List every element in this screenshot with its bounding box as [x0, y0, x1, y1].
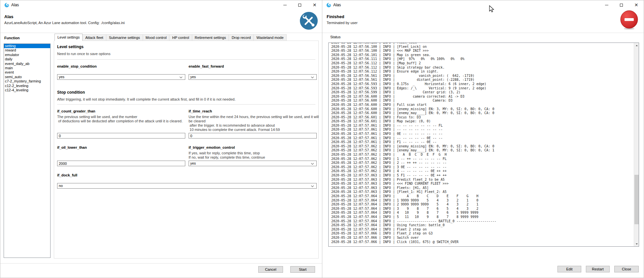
function-list-item[interactable]: reward: [4, 48, 50, 52]
if-trigger-emotion-select[interactable]: yes: [189, 161, 317, 166]
settings-tab[interactable]: Level settings: [54, 34, 83, 41]
log-line: 2020-05-28 12:07:57.064 | INFO | -------…: [331, 219, 633, 224]
log-output[interactable]: 2020-05-28 12:07:56.100 | INFO | fleet_l…: [328, 43, 639, 247]
log-line: 2020-05-28 12:07:57.061 | INFO | -- -- -…: [331, 128, 633, 132]
log-line: 2020-05-28 12:07:57.064 | INFO | 5 11 10…: [331, 215, 633, 219]
function-list-item[interactable]: event: [4, 70, 50, 75]
if-dock-full-select[interactable]: no: [57, 183, 317, 189]
log-line: 2020-05-28 12:07:56.111 | INFO | [HP] 97…: [331, 57, 633, 61]
settings-tab[interactable]: Mood control: [143, 34, 170, 41]
edit-button[interactable]: Edit: [557, 266, 581, 272]
maximize-icon[interactable]: [292, 0, 307, 10]
field-label-enable-fast-forward: enable_fast_forward: [189, 64, 224, 68]
log-line: 2020-05-28 12:07:56.112 | INFO | Ensure …: [331, 70, 633, 74]
log-line: 2020-05-28 12:07:57.064 | INFO | 2 9999 …: [331, 202, 633, 207]
settings-tab[interactable]: Retirement settings: [192, 34, 229, 41]
cancel-button[interactable]: Cancel: [258, 266, 283, 273]
log-line: 2020-05-28 12:07:56.593 | INFO | 0.175s …: [331, 82, 633, 86]
settings-tab[interactable]: HP control: [169, 34, 192, 41]
log-line: 2020-05-28 12:07:57.063 | INFO | Fleets:…: [331, 186, 633, 190]
settings-tab[interactable]: Attack fleet: [83, 34, 106, 41]
field-label-if-dock-full: if_dock_full: [57, 173, 77, 177]
tools-badge-icon: [300, 12, 318, 30]
log-line: 2020-05-28 12:07:56.100 | INFO | fleet_l…: [331, 43, 633, 45]
function-list-item[interactable]: emulator: [4, 53, 50, 57]
enable-fast-forward-select[interactable]: yes: [189, 74, 317, 80]
function-list-item[interactable]: main: [4, 66, 50, 70]
minimize-icon[interactable]: [599, 0, 614, 10]
alas-logo-icon: [4, 3, 9, 8]
app-title: Alas: [4, 14, 13, 19]
log-line: 2020-05-28 12:07:57.066 | INFO | Click (…: [331, 240, 633, 244]
field-label-enable-stop-condition: enable_stop_condition: [57, 64, 97, 68]
function-list-item[interactable]: event_daily_ab: [4, 62, 50, 66]
scroll-up-icon[interactable]: [634, 43, 639, 48]
chevron-down-icon: [180, 76, 182, 78]
settings-tabstrip: Level settings Attack fleet Submarine se…: [54, 34, 287, 41]
if-oil-lower-than-input[interactable]: [57, 161, 185, 166]
close-button[interactable]: Close: [614, 266, 639, 272]
minimize-icon[interactable]: [277, 0, 292, 10]
log-line: 2020-05-28 12:07:57.063 | INFO | 5 F1 --…: [331, 173, 633, 178]
window-alas-config: Alas ✕ Alas AzurLaneAutoScript, An Azur …: [0, 0, 322, 278]
log-line: 2020-05-28 12:07:56.100 | INFO | <<< MAP…: [331, 49, 633, 53]
section-title-level-settings: Level settings: [57, 45, 84, 49]
log-line: 2020-05-28 12:07:57.062 | INFO | 2 -- ++…: [331, 161, 633, 165]
log-line: 2020-05-28 12:07:57.061 | INFO | -- -- -…: [331, 136, 633, 140]
field-label-if-oil-lower-than: if_oil_lower_than: [57, 145, 87, 149]
enable-stop-condition-select[interactable]: yes: [57, 74, 185, 80]
log-line: 2020-05-28 12:07:56.561 | INFO | vanish_…: [331, 74, 633, 78]
close-icon[interactable]: ✕: [629, 0, 644, 10]
log-line: 2020-05-28 12:07:56.600 | INFO | Full sc…: [331, 103, 633, 107]
settings-tab[interactable]: Wasteland mode: [254, 34, 286, 41]
scroll-down-icon[interactable]: [634, 241, 639, 246]
if-count-input[interactable]: [57, 133, 185, 139]
divider: [57, 104, 315, 105]
log-line: 2020-05-28 12:07:57.064 | INFO | 4 10 9 …: [331, 211, 633, 215]
selected-value: yes: [190, 75, 196, 79]
function-list-item[interactable]: semi_auto: [4, 75, 50, 79]
chevron-down-icon: [311, 162, 314, 165]
settings-tab[interactable]: Drop record: [229, 34, 254, 41]
function-list-item[interactable]: daily: [4, 57, 50, 61]
function-listbox[interactable]: setting reward emulator daily event_dail…: [4, 44, 51, 258]
start-button[interactable]: Start: [290, 266, 315, 273]
function-list-item[interactable]: c12-4_leveling: [4, 88, 50, 92]
log-line: 2020-05-28 12:07:57.061 | INFO | 0E -- -…: [331, 132, 633, 136]
close-icon[interactable]: ✕: [307, 0, 322, 10]
log-line: 2020-05-28 12:07:56.593 | INFO | Edges: …: [331, 86, 633, 91]
log-line: 2020-05-28 12:07:57.062 | INFO | A B C D…: [331, 153, 633, 157]
log-line: 2020-05-28 12:07:57.064 | INFO | 3 9 8 7…: [331, 207, 633, 211]
function-list-label: Function: [4, 36, 19, 40]
settings-tab[interactable]: Submarine settings: [106, 34, 143, 41]
window-title: Alas: [11, 3, 19, 7]
log-line: 2020-05-28 12:07:56.561 | INFO | distant…: [331, 78, 633, 82]
function-list-item[interactable]: setting: [4, 44, 50, 48]
field-label-if-trigger-emotion-control: if_trigger_emotion_control: [189, 145, 235, 149]
selected-value: yes: [59, 75, 64, 79]
header-divider: [0, 33, 322, 33]
function-list-item[interactable]: c12-2_leveling: [4, 84, 50, 88]
chevron-down-icon: [311, 184, 314, 187]
maximize-icon[interactable]: [614, 0, 629, 10]
titlebar[interactable]: Alas ✕: [0, 0, 322, 10]
log-scrollbar[interactable]: [634, 43, 639, 246]
log-line: 2020-05-28 12:07:57.063 | INFO | Predict…: [331, 178, 633, 182]
window-title: Alas: [333, 3, 341, 7]
function-list-item[interactable]: c7-2_mystery_farming: [4, 79, 50, 83]
log-line: 2020-05-28 12:07:57.064 | INFO | A B C D…: [331, 194, 633, 199]
log-line: 2020-05-28 12:07:57.061 | INFO | -- -- -…: [331, 124, 633, 128]
if-trigger-emotion-description: If yes, wait for reply, complete this ti…: [189, 151, 323, 160]
log-line: 2020-05-28 12:07:57.066 | INFO | Switch …: [331, 236, 633, 240]
field-label-if-count-greater-than: if_count_greater_than: [57, 109, 95, 113]
chevron-down-icon: [311, 76, 314, 78]
log-line: 2020-05-28 12:07:56.101 | INFO | Map is …: [331, 53, 633, 57]
log-line: 2020-05-28 12:07:56.599 | INFO | Center …: [331, 90, 633, 95]
titlebar[interactable]: Alas ✕: [322, 0, 644, 10]
log-line: 2020-05-28 12:07:56.112 | INFO | Skip st…: [331, 66, 633, 70]
if-time-reach-input[interactable]: [189, 133, 317, 139]
if-time-reach-description: Use the time within the next 24 hours, t…: [189, 115, 323, 132]
status-title: Finished: [327, 14, 344, 19]
scrollbar-thumb[interactable]: [634, 175, 639, 224]
restart-button[interactable]: Restart: [586, 266, 610, 272]
